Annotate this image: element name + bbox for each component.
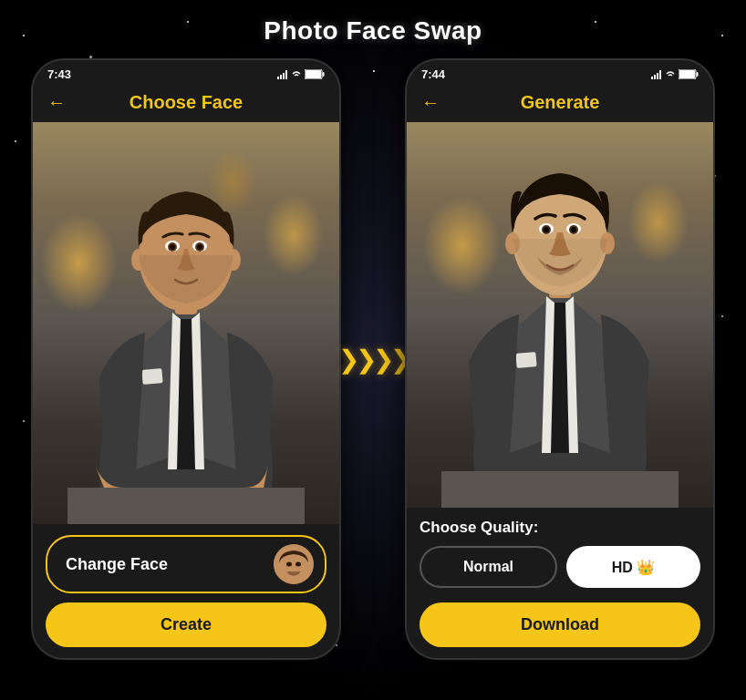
quality-options: Normal HD 👑	[420, 546, 700, 588]
svg-rect-28	[679, 70, 695, 78]
left-photo-area	[33, 122, 339, 524]
right-wifi-icon	[666, 70, 675, 79]
svg-rect-29	[697, 72, 699, 77]
wifi-icon	[292, 70, 301, 79]
quality-section: Choose Quality: Normal HD 👑	[420, 519, 700, 593]
hd-quality-button[interactable]: HD 👑	[566, 546, 700, 588]
left-back-arrow[interactable]: ←	[47, 92, 66, 113]
battery-icon	[305, 69, 325, 79]
signal-icon	[277, 70, 288, 79]
left-header-title: Choose Face	[130, 92, 243, 113]
left-phone: 7:43	[31, 58, 341, 660]
svg-rect-0	[277, 77, 279, 79]
svg-point-20	[274, 544, 314, 584]
right-photo-area	[407, 122, 713, 508]
left-person-svg	[67, 122, 305, 524]
svg-rect-5	[306, 70, 321, 78]
page-title: Photo Face Swap	[264, 16, 482, 46]
change-face-label: Change Face	[66, 555, 168, 574]
right-header-title: Generate	[521, 92, 600, 113]
chevron-arrows: ❯❯❯❯	[338, 345, 408, 375]
svg-rect-31	[515, 352, 536, 368]
change-face-row[interactable]: Change Face	[46, 535, 326, 593]
svg-rect-6	[323, 72, 325, 77]
svg-rect-2	[283, 73, 285, 79]
svg-rect-24	[654, 75, 656, 79]
right-person-svg	[441, 122, 679, 508]
right-battery-icon	[679, 69, 699, 79]
left-status-bar: 7:43	[33, 60, 339, 85]
svg-rect-3	[285, 70, 287, 79]
svg-rect-23	[651, 77, 653, 79]
right-signal-icon	[651, 70, 662, 79]
left-photo-canvas	[33, 122, 339, 524]
svg-rect-19	[67, 488, 305, 524]
quality-label: Choose Quality:	[420, 519, 700, 537]
right-status-icons	[651, 69, 699, 79]
svg-rect-26	[659, 70, 661, 79]
face-thumbnail-svg	[274, 544, 314, 584]
left-phone-bottom: Change Face	[33, 524, 339, 658]
svg-rect-42	[441, 471, 679, 508]
svg-point-21	[286, 562, 292, 567]
right-status-time: 7:44	[421, 67, 445, 81]
svg-rect-8	[141, 368, 162, 385]
svg-point-15	[170, 244, 175, 250]
right-status-bar: 7:44	[407, 60, 713, 85]
svg-rect-25	[657, 73, 658, 79]
right-back-arrow[interactable]: ←	[421, 92, 440, 113]
normal-quality-button[interactable]: Normal	[420, 546, 557, 588]
left-status-icons	[277, 69, 325, 79]
svg-point-39	[571, 227, 576, 232]
svg-point-16	[197, 244, 202, 250]
svg-point-22	[295, 562, 301, 567]
right-phone-bottom: Choose Quality: Normal HD 👑 Download	[407, 508, 713, 658]
download-button[interactable]: Download	[420, 602, 700, 647]
face-thumbnail[interactable]	[274, 544, 314, 584]
left-status-time: 7:43	[47, 67, 71, 81]
phones-container: 7:43	[31, 58, 715, 660]
right-photo-canvas	[407, 122, 713, 508]
svg-point-38	[544, 227, 549, 232]
svg-rect-1	[280, 75, 282, 79]
right-phone-header: ← Generate	[407, 85, 713, 122]
create-button[interactable]: Create	[46, 602, 326, 647]
right-phone: 7:44	[405, 58, 715, 660]
left-phone-header: ← Choose Face	[33, 85, 339, 122]
arrow-divider: ❯❯❯❯	[341, 345, 405, 375]
